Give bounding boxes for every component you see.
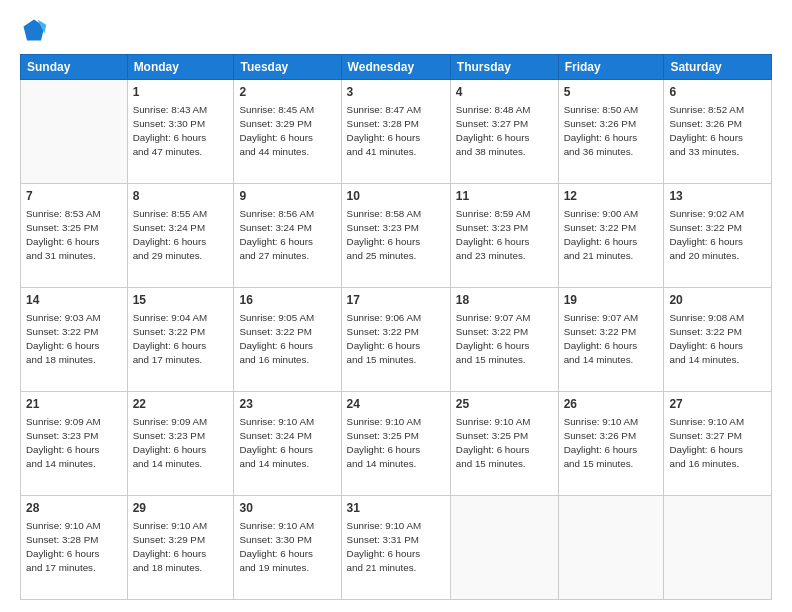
day-info: Sunrise: 8:59 AMSunset: 3:23 PMDaylight:…: [456, 207, 553, 264]
day-info: Sunrise: 8:48 AMSunset: 3:27 PMDaylight:…: [456, 103, 553, 160]
day-cell: 7Sunrise: 8:53 AMSunset: 3:25 PMDaylight…: [21, 184, 128, 288]
calendar-table: SundayMondayTuesdayWednesdayThursdayFrid…: [20, 54, 772, 600]
day-cell: [21, 80, 128, 184]
day-number: 27: [669, 396, 766, 413]
day-cell: 29Sunrise: 9:10 AMSunset: 3:29 PMDayligh…: [127, 496, 234, 600]
day-info: Sunrise: 9:10 AMSunset: 3:25 PMDaylight:…: [347, 415, 445, 472]
day-cell: 31Sunrise: 9:10 AMSunset: 3:31 PMDayligh…: [341, 496, 450, 600]
day-number: 28: [26, 500, 122, 517]
header-day-wednesday: Wednesday: [341, 55, 450, 80]
day-cell: 5Sunrise: 8:50 AMSunset: 3:26 PMDaylight…: [558, 80, 664, 184]
day-number: 7: [26, 188, 122, 205]
day-info: Sunrise: 9:10 AMSunset: 3:25 PMDaylight:…: [456, 415, 553, 472]
day-cell: 12Sunrise: 9:00 AMSunset: 3:22 PMDayligh…: [558, 184, 664, 288]
day-number: 4: [456, 84, 553, 101]
day-cell: 22Sunrise: 9:09 AMSunset: 3:23 PMDayligh…: [127, 392, 234, 496]
day-cell: 26Sunrise: 9:10 AMSunset: 3:26 PMDayligh…: [558, 392, 664, 496]
day-number: 6: [669, 84, 766, 101]
day-info: Sunrise: 8:45 AMSunset: 3:29 PMDaylight:…: [239, 103, 335, 160]
day-cell: 24Sunrise: 9:10 AMSunset: 3:25 PMDayligh…: [341, 392, 450, 496]
day-info: Sunrise: 8:53 AMSunset: 3:25 PMDaylight:…: [26, 207, 122, 264]
day-number: 22: [133, 396, 229, 413]
calendar-header: SundayMondayTuesdayWednesdayThursdayFrid…: [21, 55, 772, 80]
day-info: Sunrise: 9:10 AMSunset: 3:24 PMDaylight:…: [239, 415, 335, 472]
week-row-2: 14Sunrise: 9:03 AMSunset: 3:22 PMDayligh…: [21, 288, 772, 392]
day-number: 14: [26, 292, 122, 309]
day-info: Sunrise: 8:43 AMSunset: 3:30 PMDaylight:…: [133, 103, 229, 160]
day-number: 26: [564, 396, 659, 413]
day-cell: 4Sunrise: 8:48 AMSunset: 3:27 PMDaylight…: [450, 80, 558, 184]
calendar-body: 1Sunrise: 8:43 AMSunset: 3:30 PMDaylight…: [21, 80, 772, 600]
logo-icon: [20, 16, 48, 44]
day-cell: 28Sunrise: 9:10 AMSunset: 3:28 PMDayligh…: [21, 496, 128, 600]
day-number: 8: [133, 188, 229, 205]
day-info: Sunrise: 9:04 AMSunset: 3:22 PMDaylight:…: [133, 311, 229, 368]
page: SundayMondayTuesdayWednesdayThursdayFrid…: [0, 0, 792, 612]
day-number: 1: [133, 84, 229, 101]
day-info: Sunrise: 9:10 AMSunset: 3:30 PMDaylight:…: [239, 519, 335, 576]
day-info: Sunrise: 9:02 AMSunset: 3:22 PMDaylight:…: [669, 207, 766, 264]
day-cell: [450, 496, 558, 600]
day-cell: 8Sunrise: 8:55 AMSunset: 3:24 PMDaylight…: [127, 184, 234, 288]
day-number: 24: [347, 396, 445, 413]
day-number: 20: [669, 292, 766, 309]
day-number: 17: [347, 292, 445, 309]
header-day-tuesday: Tuesday: [234, 55, 341, 80]
day-cell: 25Sunrise: 9:10 AMSunset: 3:25 PMDayligh…: [450, 392, 558, 496]
day-number: 9: [239, 188, 335, 205]
day-cell: 9Sunrise: 8:56 AMSunset: 3:24 PMDaylight…: [234, 184, 341, 288]
day-cell: 1Sunrise: 8:43 AMSunset: 3:30 PMDaylight…: [127, 80, 234, 184]
day-info: Sunrise: 8:47 AMSunset: 3:28 PMDaylight:…: [347, 103, 445, 160]
day-cell: 21Sunrise: 9:09 AMSunset: 3:23 PMDayligh…: [21, 392, 128, 496]
day-number: 11: [456, 188, 553, 205]
header-day-monday: Monday: [127, 55, 234, 80]
day-number: 30: [239, 500, 335, 517]
day-info: Sunrise: 9:09 AMSunset: 3:23 PMDaylight:…: [26, 415, 122, 472]
day-info: Sunrise: 9:00 AMSunset: 3:22 PMDaylight:…: [564, 207, 659, 264]
header: [20, 16, 772, 44]
day-number: 12: [564, 188, 659, 205]
day-number: 5: [564, 84, 659, 101]
day-info: Sunrise: 8:56 AMSunset: 3:24 PMDaylight:…: [239, 207, 335, 264]
day-cell: 15Sunrise: 9:04 AMSunset: 3:22 PMDayligh…: [127, 288, 234, 392]
day-info: Sunrise: 9:07 AMSunset: 3:22 PMDaylight:…: [456, 311, 553, 368]
day-cell: 27Sunrise: 9:10 AMSunset: 3:27 PMDayligh…: [664, 392, 772, 496]
day-number: 15: [133, 292, 229, 309]
week-row-1: 7Sunrise: 8:53 AMSunset: 3:25 PMDaylight…: [21, 184, 772, 288]
day-info: Sunrise: 9:10 AMSunset: 3:27 PMDaylight:…: [669, 415, 766, 472]
day-cell: 14Sunrise: 9:03 AMSunset: 3:22 PMDayligh…: [21, 288, 128, 392]
day-cell: 6Sunrise: 8:52 AMSunset: 3:26 PMDaylight…: [664, 80, 772, 184]
day-number: 25: [456, 396, 553, 413]
day-number: 10: [347, 188, 445, 205]
day-info: Sunrise: 8:55 AMSunset: 3:24 PMDaylight:…: [133, 207, 229, 264]
day-info: Sunrise: 9:10 AMSunset: 3:26 PMDaylight:…: [564, 415, 659, 472]
day-info: Sunrise: 9:05 AMSunset: 3:22 PMDaylight:…: [239, 311, 335, 368]
header-day-thursday: Thursday: [450, 55, 558, 80]
day-info: Sunrise: 8:50 AMSunset: 3:26 PMDaylight:…: [564, 103, 659, 160]
day-info: Sunrise: 9:10 AMSunset: 3:31 PMDaylight:…: [347, 519, 445, 576]
day-info: Sunrise: 9:07 AMSunset: 3:22 PMDaylight:…: [564, 311, 659, 368]
day-cell: 17Sunrise: 9:06 AMSunset: 3:22 PMDayligh…: [341, 288, 450, 392]
day-number: 13: [669, 188, 766, 205]
day-cell: [664, 496, 772, 600]
header-day-saturday: Saturday: [664, 55, 772, 80]
day-info: Sunrise: 9:08 AMSunset: 3:22 PMDaylight:…: [669, 311, 766, 368]
day-cell: 16Sunrise: 9:05 AMSunset: 3:22 PMDayligh…: [234, 288, 341, 392]
day-info: Sunrise: 9:03 AMSunset: 3:22 PMDaylight:…: [26, 311, 122, 368]
week-row-0: 1Sunrise: 8:43 AMSunset: 3:30 PMDaylight…: [21, 80, 772, 184]
week-row-3: 21Sunrise: 9:09 AMSunset: 3:23 PMDayligh…: [21, 392, 772, 496]
day-info: Sunrise: 9:06 AMSunset: 3:22 PMDaylight:…: [347, 311, 445, 368]
day-info: Sunrise: 9:10 AMSunset: 3:29 PMDaylight:…: [133, 519, 229, 576]
day-number: 2: [239, 84, 335, 101]
day-cell: 18Sunrise: 9:07 AMSunset: 3:22 PMDayligh…: [450, 288, 558, 392]
day-info: Sunrise: 8:58 AMSunset: 3:23 PMDaylight:…: [347, 207, 445, 264]
day-cell: 30Sunrise: 9:10 AMSunset: 3:30 PMDayligh…: [234, 496, 341, 600]
day-number: 31: [347, 500, 445, 517]
header-row: SundayMondayTuesdayWednesdayThursdayFrid…: [21, 55, 772, 80]
day-cell: 11Sunrise: 8:59 AMSunset: 3:23 PMDayligh…: [450, 184, 558, 288]
day-cell: 13Sunrise: 9:02 AMSunset: 3:22 PMDayligh…: [664, 184, 772, 288]
day-cell: 19Sunrise: 9:07 AMSunset: 3:22 PMDayligh…: [558, 288, 664, 392]
day-number: 3: [347, 84, 445, 101]
week-row-4: 28Sunrise: 9:10 AMSunset: 3:28 PMDayligh…: [21, 496, 772, 600]
day-cell: 3Sunrise: 8:47 AMSunset: 3:28 PMDaylight…: [341, 80, 450, 184]
